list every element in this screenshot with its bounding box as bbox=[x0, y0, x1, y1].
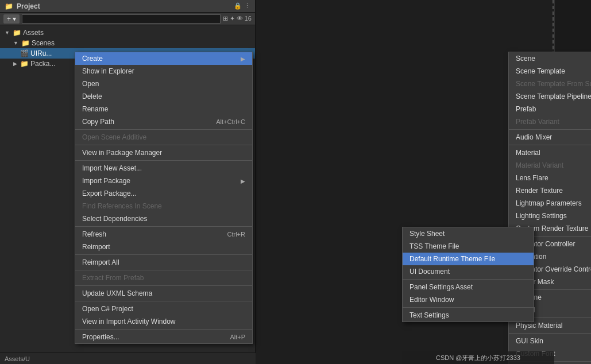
count-badge: 16 bbox=[245, 15, 252, 22]
menu-scene-template-from-scene: Scene Template From Scene bbox=[509, 78, 591, 90]
menu-scene[interactable]: Scene bbox=[509, 52, 591, 65]
lock-icon: 🔒 bbox=[234, 2, 242, 10]
menu-delete[interactable]: Delete bbox=[75, 90, 252, 103]
menu-tss-theme-file[interactable]: TSS Theme File bbox=[403, 240, 534, 253]
context-menu-ui-toolkit: Style Sheet TSS Theme File Default Runti… bbox=[402, 227, 534, 322]
menu-import-new-asset[interactable]: Import New Asset... bbox=[75, 162, 252, 175]
separator bbox=[509, 129, 591, 130]
eye-icon[interactable]: 👁 bbox=[237, 15, 243, 22]
menu-reimport-all[interactable]: Reimport All bbox=[75, 256, 252, 269]
path-label: Assets/U bbox=[5, 355, 30, 362]
context-menu-main: Create ▶ Show in Explorer Open Delete Re… bbox=[75, 52, 253, 344]
separator bbox=[75, 129, 252, 130]
refresh-icon[interactable]: ⊞ bbox=[223, 15, 228, 22]
menu-open-scene-additive: Open Scene Additive bbox=[75, 131, 252, 144]
menu-find-references: Find References In Scene bbox=[75, 200, 252, 212]
menu-extract-prefab: Extract From Prefab bbox=[75, 272, 252, 284]
menu-export-package[interactable]: Export Package... bbox=[75, 187, 252, 200]
star-icon[interactable]: ✦ bbox=[230, 15, 235, 22]
toolbar-icons: ⊞ ✦ 👁 16 bbox=[223, 15, 252, 22]
menu-text-settings[interactable]: Text Settings bbox=[403, 309, 534, 322]
header-icons: 🔒 ⋮ bbox=[234, 2, 250, 10]
watermark: CSDN @牙膏上的小苏打2333 bbox=[402, 351, 554, 364]
folder-icon: 📁 bbox=[20, 60, 29, 68]
menu-audio-mixer[interactable]: Audio Mixer bbox=[509, 131, 591, 144]
separator bbox=[509, 333, 591, 334]
separator bbox=[75, 285, 252, 286]
menu-default-runtime-theme-file[interactable]: Default Runtime Theme File bbox=[403, 253, 534, 265]
menu-lighting-settings[interactable]: Lighting Settings bbox=[509, 210, 591, 222]
folder-icon: 📁 bbox=[21, 39, 30, 47]
menu-style-sheet[interactable]: Style Sheet bbox=[403, 227, 534, 240]
menu-scene-template-pipeline[interactable]: Scene Template Pipeline bbox=[509, 90, 591, 103]
menu-lightmap-parameters[interactable]: Lightmap Parameters bbox=[509, 197, 591, 210]
menu-material[interactable]: Material bbox=[509, 146, 591, 159]
context-menu-ui-toolkit-inner: Style Sheet TSS Theme File Default Runti… bbox=[402, 227, 534, 322]
tree-item-assets[interactable]: ▼ 📁 Assets bbox=[0, 28, 255, 38]
project-toolbar: + ▾ ⊞ ✦ 👁 16 bbox=[0, 13, 255, 25]
menu-material-variant: Material Variant bbox=[509, 159, 591, 172]
separator bbox=[75, 160, 252, 161]
more-icon: ⋮ bbox=[244, 2, 250, 10]
add-button[interactable]: + ▾ bbox=[3, 14, 20, 24]
expand-icon: ▼ bbox=[5, 30, 10, 36]
menu-rename[interactable]: Rename bbox=[75, 103, 252, 115]
separator bbox=[509, 145, 591, 145]
expand-icon: ▶ bbox=[13, 61, 17, 67]
separator bbox=[75, 270, 252, 270]
menu-lens-flare[interactable]: Lens Flare bbox=[509, 172, 591, 184]
folder-icon: 📁 bbox=[13, 29, 21, 37]
submenu-arrow: ▶ bbox=[241, 56, 245, 62]
separator bbox=[403, 307, 534, 308]
project-header: 📁 Project 🔒 ⋮ bbox=[0, 0, 255, 13]
separator bbox=[75, 254, 252, 255]
tree-item-scenes[interactable]: ▼ 📁 Scenes bbox=[0, 38, 255, 48]
separator bbox=[75, 301, 252, 301]
separator bbox=[75, 226, 252, 227]
separator bbox=[75, 329, 252, 330]
menu-create[interactable]: Create ▶ bbox=[75, 52, 252, 65]
project-title: Project bbox=[17, 2, 40, 10]
menu-open-csharp[interactable]: Open C# Project bbox=[75, 303, 252, 315]
menu-panel-settings-asset[interactable]: Panel Settings Asset bbox=[403, 281, 534, 293]
menu-select-dependencies[interactable]: Select Dependencies bbox=[75, 212, 252, 225]
separator bbox=[75, 145, 252, 145]
folder-icon: 📁 bbox=[5, 2, 13, 10]
menu-ui-document[interactable]: UI Document bbox=[403, 265, 534, 278]
menu-update-uxml[interactable]: Update UXML Schema bbox=[75, 287, 252, 300]
menu-copy-path[interactable]: Copy Path Alt+Ctrl+C bbox=[75, 115, 252, 128]
menu-import-package[interactable]: Import Package ▶ bbox=[75, 175, 252, 187]
menu-reimport[interactable]: Reimport bbox=[75, 241, 252, 253]
menu-render-texture[interactable]: Render Texture bbox=[509, 184, 591, 197]
expand-icon: ▼ bbox=[13, 40, 18, 46]
menu-properties[interactable]: Properties... Alt+P bbox=[75, 331, 252, 343]
separator bbox=[403, 279, 534, 280]
menu-prefab-variant: Prefab Variant bbox=[509, 115, 591, 128]
menu-view-import-activity[interactable]: View in Import Activity Window bbox=[75, 315, 252, 328]
menu-gui-skin[interactable]: GUI Skin bbox=[509, 335, 591, 347]
menu-editor-window[interactable]: Editor Window bbox=[403, 293, 534, 306]
menu-prefab[interactable]: Prefab bbox=[509, 103, 591, 115]
menu-view-package-manager[interactable]: View in Package Manager bbox=[75, 146, 252, 159]
scene-icon: 🎬 bbox=[20, 49, 29, 57]
menu-open[interactable]: Open bbox=[75, 78, 252, 90]
bottom-bar: Assets/U bbox=[0, 353, 256, 364]
menu-scene-template[interactable]: Scene Template bbox=[509, 65, 591, 78]
menu-refresh[interactable]: Refresh Ctrl+R bbox=[75, 228, 252, 241]
submenu-arrow: ▶ bbox=[241, 178, 245, 184]
menu-show-explorer[interactable]: Show in Explorer bbox=[75, 65, 252, 78]
search-input[interactable] bbox=[22, 14, 220, 24]
